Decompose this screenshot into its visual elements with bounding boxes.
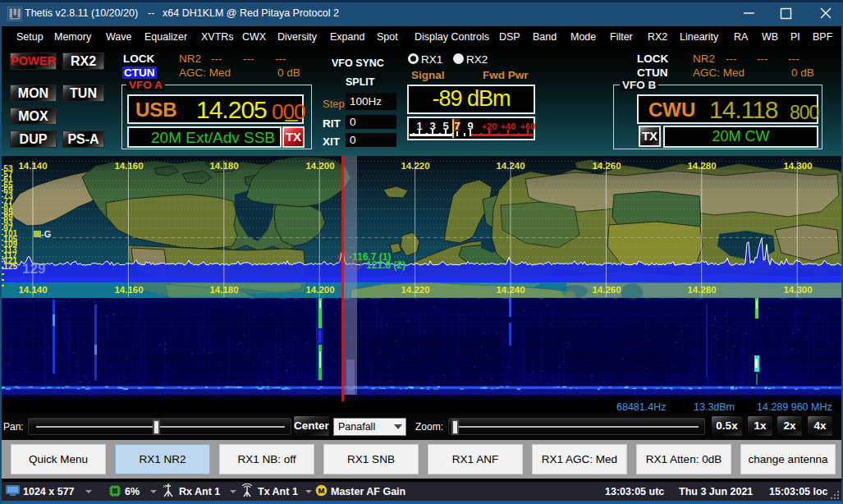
svg-text:M: M <box>318 486 325 495</box>
